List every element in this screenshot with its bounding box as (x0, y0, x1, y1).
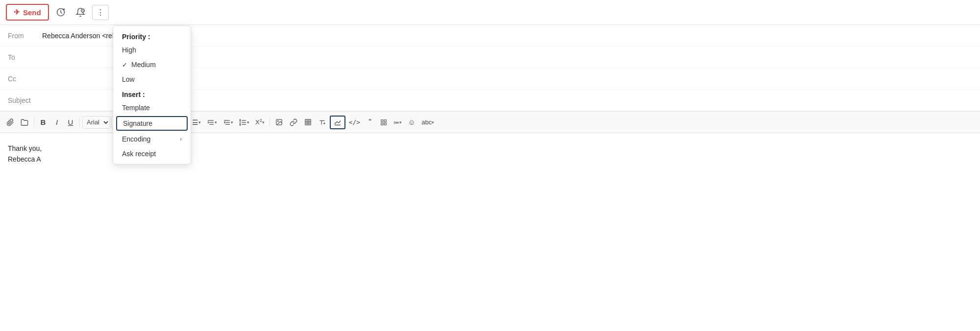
underline-icon: U (68, 118, 74, 126)
ask-receipt-label: Ask receipt (122, 150, 156, 158)
send-label: Send (23, 8, 41, 17)
menu-item-signature[interactable]: Signature (116, 116, 188, 131)
subject-label: Subject (8, 96, 42, 104)
link-icon (289, 118, 298, 126)
svg-rect-26 (384, 123, 386, 125)
bullet-list-button[interactable]: ☰ ▾ (190, 116, 203, 129)
blockquote-icon: " (368, 118, 371, 127)
menu-item-ask-receipt[interactable]: Ask receipt (113, 146, 191, 161)
underline-button[interactable]: U (64, 116, 77, 129)
emoji-icon: ☺ (408, 118, 416, 126)
medium-label: Medium (131, 61, 156, 69)
line-height-icon (239, 118, 247, 126)
signature-label: Signature (123, 119, 152, 127)
bullet-arrow-icon: ▾ (198, 120, 201, 125)
indent-arrow-icon: ▾ (215, 120, 217, 125)
bold-icon: B (41, 118, 46, 126)
special-chars-arrow-icon: ▾ (399, 120, 402, 125)
encoding-label: Encoding (122, 135, 150, 143)
decrease-indent-arrow-icon: ▾ (231, 120, 233, 125)
cc-label: Cc (8, 75, 42, 83)
font-name-selector[interactable]: Arial (82, 116, 110, 129)
to-label: To (8, 53, 42, 61)
medium-check-icon: ✓ (122, 61, 127, 69)
low-label: Low (122, 75, 135, 83)
reminder-button[interactable] (73, 4, 88, 20)
decrease-indent-button[interactable]: ▾ (220, 116, 236, 129)
indent-list-button[interactable]: ▾ (204, 116, 220, 129)
indent-list-icon (207, 118, 215, 126)
schedule-send-button[interactable] (53, 4, 69, 20)
dropdown-menu: Priority : High ✓ Medium Low Insert : Te… (113, 25, 191, 165)
special-chars-icon: ≔ (393, 119, 399, 126)
menu-item-template[interactable]: Template (113, 100, 191, 115)
encoding-arrow-icon: › (180, 136, 182, 142)
menu-item-medium[interactable]: ✓ Medium (113, 57, 191, 72)
send-plane-icon: ✈ (14, 8, 20, 17)
svg-point-13 (277, 120, 278, 121)
menu-item-low[interactable]: Low (113, 72, 191, 87)
top-toolbar: ✈ Send ⋮ Priority : High ✓ Medium (0, 0, 980, 25)
clear-format-button[interactable] (316, 116, 329, 129)
clear-format-icon (318, 118, 326, 126)
blockquote-button[interactable]: " (364, 116, 376, 129)
line-height-button[interactable]: ▾ (237, 116, 252, 129)
table-grid-button[interactable] (377, 116, 390, 129)
italic-button[interactable]: I (50, 116, 63, 129)
table-grid-icon (380, 119, 388, 126)
signature-toolbar-button[interactable] (330, 116, 345, 129)
svg-rect-24 (381, 119, 383, 121)
emoji-button[interactable]: ☺ (405, 116, 418, 129)
insert-inline-image-button[interactable] (272, 116, 286, 129)
bullet-list-icon: ☰ (192, 118, 198, 126)
decrease-indent-icon (223, 118, 231, 126)
divider-2 (79, 118, 80, 127)
superscript-icon: X2 (255, 118, 262, 126)
from-label: From (8, 32, 42, 40)
insert-table-button[interactable] (301, 116, 315, 129)
code-view-button[interactable]: </> (346, 116, 363, 129)
high-label: High (122, 46, 136, 54)
attach-file-button[interactable] (4, 116, 17, 129)
italic-icon: I (56, 118, 58, 126)
svg-rect-25 (384, 119, 386, 121)
line-height-arrow-icon: ▾ (247, 120, 249, 125)
menu-item-high[interactable]: High (113, 43, 191, 57)
superscript-arrow-icon: ▾ (262, 120, 265, 125)
svg-rect-27 (381, 123, 383, 125)
code-icon: </> (349, 118, 360, 126)
divider-5 (270, 118, 270, 127)
priority-section-label: Priority : (113, 29, 191, 43)
insert-image-button[interactable] (18, 116, 31, 129)
font-name-select[interactable]: Arial (82, 116, 110, 129)
insert-link-button[interactable] (287, 116, 300, 129)
signature-icon (333, 118, 342, 126)
more-options-button[interactable]: ⋮ (92, 5, 109, 20)
inline-image-icon (275, 118, 283, 126)
menu-item-encoding[interactable]: Encoding › (113, 132, 191, 146)
clock-arrow-icon (56, 7, 66, 17)
more-format-icon: abc (421, 118, 432, 126)
image-folder-icon (20, 118, 29, 126)
divider-1 (34, 118, 34, 127)
send-button[interactable]: ✈ Send (6, 4, 49, 21)
table-icon (304, 118, 312, 126)
more-options-icon: ⋮ (97, 8, 104, 17)
special-chars-button[interactable]: ≔ ▾ (391, 116, 404, 129)
insert-section-label: Insert : (113, 87, 191, 100)
more-format-button[interactable]: abc ▾ (419, 116, 437, 129)
superscript-button[interactable]: X2 ▾ (253, 116, 267, 129)
bold-button[interactable]: B (37, 116, 49, 129)
bell-clock-icon (75, 7, 85, 17)
template-label: Template (122, 104, 150, 112)
more-format-arrow-icon: ▾ (432, 120, 434, 125)
svg-rect-14 (305, 119, 311, 125)
paperclip-icon (6, 118, 14, 126)
